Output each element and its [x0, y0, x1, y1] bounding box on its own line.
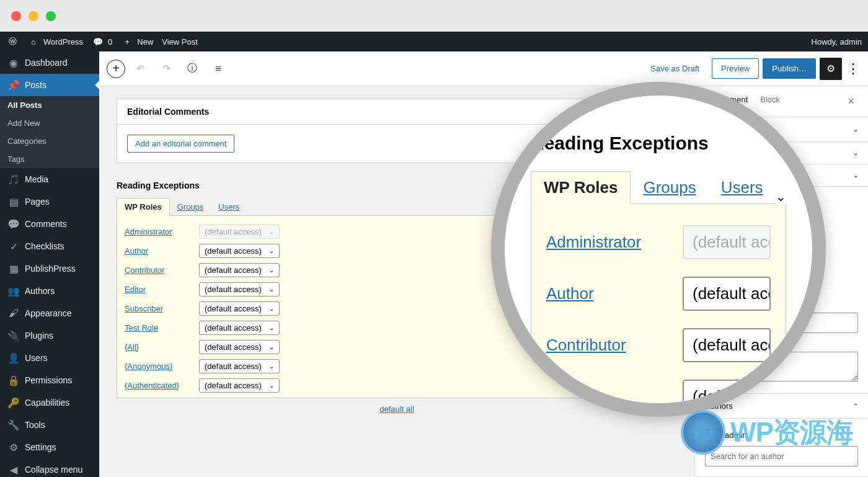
pin-icon: 📌 — [7, 79, 20, 91]
collapse-menu[interactable]: ◀Collapse menu — [0, 458, 99, 477]
add-comment-button[interactable]: Add an editorial comment — [127, 135, 234, 153]
user-icon: 👤 — [7, 352, 20, 364]
author-search-input[interactable] — [705, 446, 858, 466]
role-link[interactable]: Author — [125, 246, 187, 256]
maximize-icon[interactable] — [46, 11, 56, 21]
sidebar-item-tools[interactable]: 🔧Tools — [0, 414, 99, 436]
howdy-link[interactable]: Howdy, admin — [812, 37, 862, 47]
undo-button[interactable]: ↶ — [129, 58, 151, 80]
minimize-icon[interactable] — [29, 11, 38, 21]
authors-icon: 👥 — [7, 285, 20, 297]
close-settings-button[interactable]: × — [844, 86, 858, 117]
check-icon: ✓ — [7, 240, 20, 252]
plug-icon: 🔌 — [7, 329, 20, 342]
mag-tab-users[interactable]: Users — [709, 172, 776, 203]
site-link[interactable]: ⌂WordPress — [27, 35, 83, 48]
mag-role-link[interactable]: Contributor — [546, 336, 658, 355]
mag-access-select[interactable]: (default acce — [683, 328, 771, 362]
role-link[interactable]: Editor — [125, 285, 187, 294]
avatar — [705, 427, 720, 442]
role-link[interactable]: Contributor — [125, 265, 187, 275]
role-link[interactable]: Subscriber — [125, 304, 187, 313]
sidebar-item-users[interactable]: 👤Users — [0, 347, 99, 369]
publish-button[interactable]: Publish… — [763, 58, 816, 79]
media-icon: 🎵 — [7, 173, 20, 185]
wp-logo[interactable]: ⓦ — [6, 35, 19, 48]
comments-link[interactable]: 💬0 — [92, 35, 112, 48]
submenu-tags[interactable]: Tags — [0, 150, 99, 168]
page-icon: ▤ — [7, 195, 20, 208]
sidebar-item-media[interactable]: 🎵Media — [0, 168, 99, 190]
author-name: admin — [725, 430, 746, 440]
access-select[interactable]: (default access)⌄ — [199, 321, 280, 335]
comment-icon: 💬 — [7, 218, 20, 230]
access-select[interactable]: (default access)⌄ — [199, 359, 280, 373]
role-link[interactable]: {Authenticated} — [125, 381, 187, 390]
settings-toggle[interactable]: ⚙ — [820, 58, 842, 80]
sidebar-item-permissions[interactable]: 🔒Permissions — [0, 369, 99, 391]
mag-access-select: (default access — [683, 225, 771, 259]
chevron-up-icon: ⌃ — [853, 403, 858, 409]
submenu-add-new[interactable]: Add New — [0, 114, 99, 132]
mag-tab-groups[interactable]: Groups — [631, 172, 708, 203]
chevron-down-icon: ⌄ — [853, 149, 858, 156]
admin-bar: ⓦ ⌂WordPress 💬0 +New View Post Howdy, ad… — [0, 32, 868, 51]
mag-tab-roles[interactable]: WP Roles — [531, 171, 631, 204]
preview-button[interactable]: Preview — [712, 58, 759, 79]
tab-users[interactable]: Users — [211, 198, 247, 215]
wrench-icon: 🔧 — [7, 419, 20, 431]
sidebar-item-dashboard[interactable]: ◉Dashboard — [0, 51, 99, 74]
access-select[interactable]: (default access)⌄ — [199, 301, 280, 316]
access-select[interactable]: (default access)⌄ — [199, 244, 280, 258]
access-select[interactable]: (default access)⌄ — [199, 378, 280, 393]
tab-block[interactable]: Block — [754, 86, 786, 117]
access-select[interactable]: (default access)⌄ — [199, 282, 280, 296]
sidebar-item-plugins[interactable]: 🔌Plugins — [0, 324, 99, 347]
close-icon[interactable] — [11, 11, 21, 21]
mag-role-row: Administrator (default access — [531, 216, 786, 268]
mag-role-link[interactable]: Author — [546, 284, 658, 303]
sidebar-item-pages[interactable]: ▤Pages — [0, 190, 99, 213]
submenu-all-posts[interactable]: All Posts — [0, 96, 99, 114]
role-link[interactable]: Administrator — [125, 227, 187, 236]
tab-groups[interactable]: Groups — [170, 198, 211, 215]
view-post-link[interactable]: View Post — [162, 37, 198, 47]
access-select[interactable]: (default access)⌄ — [199, 340, 280, 354]
chevron-down-icon: ⌄ — [853, 126, 858, 133]
new-link[interactable]: +New — [121, 35, 153, 48]
mag-title: Reading Exceptions — [531, 133, 786, 154]
default-all-link[interactable]: default all — [379, 404, 414, 414]
admin-sidebar: ◉Dashboard 📌Posts All Posts Add New Cate… — [0, 51, 99, 477]
outline-button[interactable]: ≡ — [207, 58, 229, 80]
dashboard-icon: ◉ — [7, 56, 20, 69]
role-link[interactable]: Test Role — [125, 323, 187, 332]
sidebar-item-capabilities[interactable]: 🔑Capabilities — [0, 391, 99, 414]
sidebar-item-checklists[interactable]: ✓Checklists — [0, 235, 99, 257]
sidebar-item-publishpress[interactable]: ▦PublishPress — [0, 257, 99, 280]
role-link[interactable]: {All} — [125, 342, 187, 352]
chevron-down-icon: ⌄ — [853, 172, 858, 179]
more-options-button[interactable]: ⋮ — [846, 58, 861, 80]
sidebar-item-settings[interactable]: ⚙Settings — [0, 436, 99, 458]
info-button[interactable]: ⓘ — [181, 58, 203, 80]
key-icon: 🔑 — [7, 396, 20, 409]
lock-icon: 🔒 — [7, 374, 20, 386]
sidebar-item-appearance[interactable]: 🖌Appearance — [0, 302, 99, 324]
role-link[interactable]: {Anonymous} — [125, 362, 187, 371]
chevron-down-icon: ⌄ — [776, 189, 786, 204]
brush-icon: 🖌 — [7, 307, 20, 319]
sidebar-item-posts[interactable]: 📌Posts — [0, 74, 99, 96]
mag-role-row: Author (default access — [531, 268, 786, 319]
access-select: (default access)⌄ — [199, 225, 280, 239]
save-draft-button[interactable]: Save as Draft — [642, 59, 708, 78]
mag-role-link[interactable]: Administrator — [546, 233, 658, 252]
mag-access-select[interactable]: (default access — [683, 277, 771, 311]
access-select[interactable]: (default access)⌄ — [199, 263, 280, 277]
sidebar-item-authors[interactable]: 👥Authors — [0, 280, 99, 302]
submenu-categories[interactable]: Categories — [0, 132, 99, 150]
redo-button[interactable]: ↷ — [155, 58, 177, 80]
mac-titlebar — [0, 0, 868, 32]
sidebar-item-comments[interactable]: 💬Comments — [0, 213, 99, 235]
tab-wp-roles[interactable]: WP Roles — [117, 198, 170, 216]
add-block-button[interactable]: + — [107, 60, 125, 78]
